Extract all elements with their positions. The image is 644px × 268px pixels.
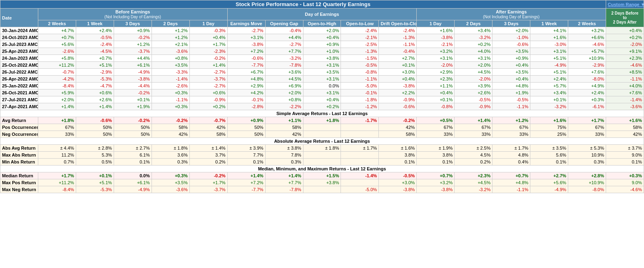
a1d: -0.8%	[417, 103, 455, 110]
neg-a2w: 33%	[568, 131, 606, 138]
med-a2w: +2.8%	[568, 172, 606, 179]
oh: 0.0%	[303, 83, 341, 89]
b3d: -0.2%	[114, 89, 152, 96]
date-cell: 25-Oct-2022 AMC	[0, 62, 38, 69]
abs-custom: ± 3.7%	[606, 145, 644, 152]
mpos-ol	[341, 179, 379, 186]
a3d: +0.9%	[492, 55, 530, 62]
mpos-b3d: +6.1%	[114, 179, 152, 186]
min-col-8	[341, 159, 379, 166]
b1d: +0.6%	[189, 89, 227, 96]
table-row: 26-Apr-2022 AMC-4.2%-5.3%-3.8%-1.4%-3.7%…	[0, 76, 644, 83]
mpos-a1w: +5.6%	[530, 179, 568, 186]
opening-gap-header: Opening Gap	[265, 20, 303, 27]
custom-cell: -1.1%	[606, 76, 644, 83]
mneg-a2w: -8.0%	[568, 186, 606, 193]
med-a3d: +0.7%	[492, 172, 530, 179]
min-col-10: 0.1%	[417, 159, 455, 166]
b1d: -0.2%	[189, 55, 227, 62]
og: -3.2%	[265, 55, 303, 62]
max-col-11: 4.5%	[455, 152, 492, 159]
b1d: +1.7%	[189, 41, 227, 48]
a2w: -8.0%	[568, 76, 606, 83]
ol: -5.0%	[341, 83, 379, 89]
max-col-8	[341, 152, 379, 159]
med-oh: +1.5%	[303, 172, 341, 179]
em: -2.8%	[227, 103, 265, 110]
a3d: -1.0%	[492, 34, 530, 41]
neg-b1w: 50%	[76, 131, 114, 138]
a1d: +1.1%	[417, 83, 455, 89]
mneg-drift: -3.8%	[379, 186, 417, 193]
pos-em: 50%	[227, 124, 265, 131]
drift: -2.4%	[379, 27, 417, 34]
date-cell: 26-Oct-2021 AMC	[0, 89, 38, 96]
neg-a3d: 33%	[492, 131, 530, 138]
a1d: -2.1%	[417, 41, 455, 48]
em: +7.2%	[227, 48, 265, 55]
min-col-9: 0.1%	[379, 159, 417, 166]
og: -0.4%	[265, 27, 303, 34]
mneg-custom: -4.6%	[606, 186, 644, 193]
a1d: +2.9%	[417, 69, 455, 76]
avg-og: +1.1%	[265, 117, 303, 124]
neg-b1d: 58%	[189, 131, 227, 138]
after-1d-header: 1 Day	[417, 20, 455, 27]
min-col-6: 0.3%	[265, 159, 303, 166]
b1w: +2.6%	[76, 96, 114, 103]
mpos-a2d: +4.5%	[455, 179, 492, 186]
avg-b1d: -0.7%	[189, 117, 227, 124]
custom-range-button[interactable]: Custom Range ▼	[606, 0, 644, 9]
oh: +3.1%	[303, 76, 341, 83]
neg-b2d: 42%	[152, 131, 189, 138]
a2w: +0.3%	[568, 96, 606, 103]
drift: +3.0%	[379, 69, 417, 76]
b2w: +0.7%	[38, 34, 76, 41]
pos-occ-label: Pos Occurrences	[0, 124, 38, 131]
date-cell: 25-Apr-2023 AMC	[0, 48, 38, 55]
mpos-em: +7.2%	[227, 179, 265, 186]
a1w: +5.1%	[530, 69, 568, 76]
b1w: -2.9%	[76, 69, 114, 76]
og: -7.8%	[265, 62, 303, 69]
mneg-b3d: -4.9%	[114, 186, 152, 193]
mpos-b2d: +3.5%	[152, 179, 189, 186]
og: +7.7%	[265, 48, 303, 55]
abs-col-7: ± 1.8%	[303, 145, 341, 152]
a3d: +1.9%	[492, 89, 530, 96]
pos-og: 58%	[265, 124, 303, 131]
min-col-0: 0.7%	[38, 159, 76, 166]
max-col-7	[303, 152, 341, 159]
neg-og: 42%	[265, 131, 303, 138]
a1d: +3.1%	[417, 55, 455, 62]
b2w: +5.6%	[38, 41, 76, 48]
avg-em: +0.9%	[227, 117, 265, 124]
table-row: 25-Apr-2023 AMC-2.6%-4.5%-3.7%-3.6%-2.3%…	[0, 48, 644, 55]
b3d: +0.9%	[114, 27, 152, 34]
mpos-a2w: +10.9%	[568, 179, 606, 186]
med-b2d: +0.3%	[152, 172, 189, 179]
neg-custom: 42%	[606, 131, 644, 138]
median-label: Median Return	[0, 172, 38, 179]
drift: -1.3%	[379, 34, 417, 41]
mneg-b2w: -8.4%	[38, 186, 76, 193]
mpos-b2w: +11.2%	[38, 179, 76, 186]
em: +4.2%	[227, 89, 265, 96]
ol: -0.8%	[341, 69, 379, 76]
avg-a2w: +1.7%	[568, 117, 606, 124]
table-row: 24-Jan-2023 AMC+5.8%+0.7%+4.4%+0.8%-0.2%…	[0, 55, 644, 62]
b2d: -3.6%	[152, 48, 189, 55]
b3d: +0.1%	[114, 96, 152, 103]
a2w: +2.4%	[568, 89, 606, 96]
avg-b1w: -0.6%	[76, 117, 114, 124]
before-1d-header: 1 Day	[189, 20, 227, 27]
neg-ol	[341, 131, 379, 138]
b3d: -3.8%	[114, 76, 152, 83]
b3d: -4.9%	[114, 69, 152, 76]
a1w: +3.1%	[530, 48, 568, 55]
a1w: -3.0%	[530, 41, 568, 48]
a1w: +2.4%	[530, 76, 568, 83]
date-cell: 27-Apr-2021 AMC	[0, 103, 38, 110]
date-cell: 25-Jan-2022 AMC	[0, 83, 38, 89]
mneg-a1w: -4.9%	[530, 186, 568, 193]
